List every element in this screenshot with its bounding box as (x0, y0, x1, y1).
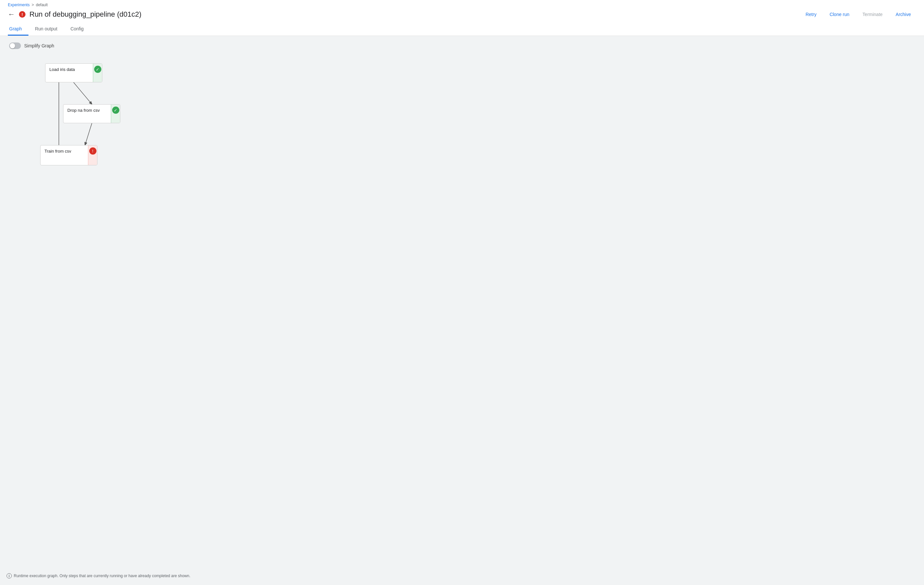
node-load-iris[interactable]: Load iris data ✓ (45, 63, 102, 82)
node-load-iris-label: Load iris data (50, 67, 98, 72)
graph-area: Load iris data ✓ Drop na from csv ✓ Trai… (9, 57, 915, 233)
node-load-iris-status-bar: ✓ (93, 64, 102, 82)
terminate-button: Terminate (857, 10, 888, 19)
clone-run-button[interactable]: Clone run (824, 10, 855, 19)
tab-run-output[interactable]: Run output (34, 23, 64, 36)
svg-line-1 (74, 82, 92, 104)
node-drop-na-status-bar: ✓ (111, 105, 120, 123)
node-drop-na[interactable]: Drop na from csv ✓ (63, 104, 120, 123)
simplify-graph-toggle[interactable] (9, 43, 21, 49)
retry-button[interactable]: Retry (800, 10, 822, 19)
tab-config[interactable]: Config (69, 23, 90, 36)
node-train-csv-status-icon: ! (89, 147, 96, 155)
toggle-knob (10, 43, 15, 48)
info-icon: i (7, 573, 12, 578)
breadcrumb-experiments[interactable]: Experiments (8, 3, 30, 7)
back-button[interactable]: ← (8, 10, 15, 19)
archive-button[interactable]: Archive (890, 10, 916, 19)
tabs-row: Graph Run output Config (8, 23, 916, 36)
action-buttons: Retry Clone run Terminate Archive (800, 10, 916, 19)
connector-svg (9, 57, 915, 233)
node-train-csv-label: Train from csv (45, 149, 93, 153)
breadcrumb-separator: > (32, 3, 34, 7)
breadcrumb-default[interactable]: default (36, 3, 48, 7)
footer-note: i Runtime execution graph. Only steps th… (7, 573, 190, 578)
tab-graph[interactable]: Graph (8, 23, 28, 36)
svg-line-2 (85, 123, 92, 145)
node-drop-na-status-icon: ✓ (112, 107, 119, 114)
page-title: Run of debugging_pipeline (d01c2) (30, 10, 141, 19)
node-train-csv-status-bar: ! (88, 145, 97, 165)
simplify-graph-label: Simplify Graph (24, 43, 54, 48)
node-train-csv[interactable]: Train from csv ! (40, 145, 97, 165)
node-drop-na-label: Drop na from csv (68, 108, 116, 113)
error-indicator: ! (19, 11, 25, 18)
footer-note-text: Runtime execution graph. Only steps that… (14, 573, 190, 578)
node-load-iris-status-icon: ✓ (94, 66, 101, 73)
